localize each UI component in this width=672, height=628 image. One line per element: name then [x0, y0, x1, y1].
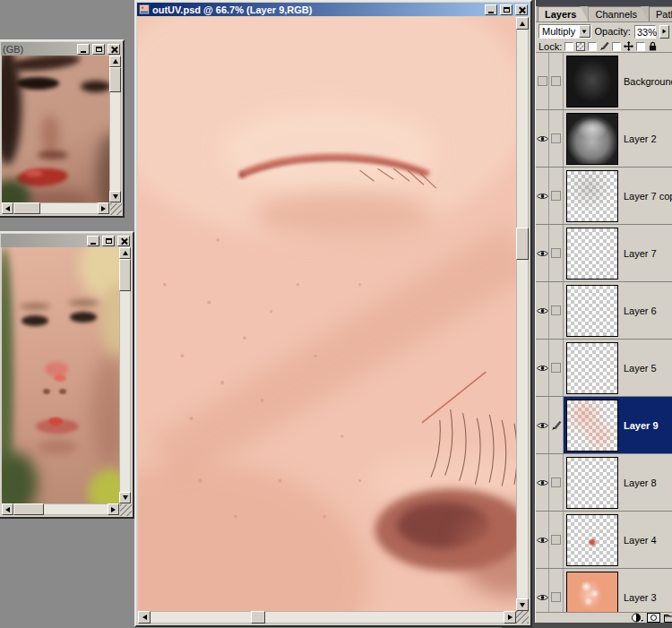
layer-thumbnail[interactable]: [566, 514, 618, 566]
vertical-scroll-thumb[interactable]: [119, 259, 131, 291]
layer-row-body[interactable]: Layer 5: [564, 340, 672, 396]
layer-name: Layer 6: [624, 305, 657, 316]
scroll-down-button[interactable]: [119, 492, 131, 503]
resize-grip[interactable]: [120, 504, 132, 516]
link-cell[interactable]: [549, 110, 564, 167]
horizontal-scrollbar[interactable]: [2, 202, 109, 214]
vertical-scrollbar[interactable]: [109, 56, 121, 202]
link-cell[interactable]: [549, 225, 564, 281]
canvas-area[interactable]: [138, 17, 516, 611]
main-window-titlebar[interactable]: outUV.psd @ 66.7% (Layer 9,RGB): [137, 3, 530, 16]
window-titlebar[interactable]: [1, 234, 132, 247]
horizontal-scroll-thumb[interactable]: [251, 611, 265, 624]
tab-paths[interactable]: Paths: [649, 6, 672, 22]
close-button[interactable]: [515, 4, 528, 15]
adjustment-layer-icon[interactable]: [632, 613, 643, 623]
close-button[interactable]: [108, 44, 120, 55]
visibility-toggle[interactable]: [536, 53, 549, 109]
resize-grip[interactable]: [110, 203, 122, 215]
horizontal-scrollbar[interactable]: [138, 611, 516, 624]
minimize-button[interactable]: [485, 4, 497, 15]
resize-grip[interactable]: [516, 611, 529, 624]
layer-mask-icon[interactable]: [647, 613, 660, 623]
visibility-toggle[interactable]: [536, 225, 549, 281]
scroll-right-button[interactable]: [504, 611, 516, 624]
visibility-toggle[interactable]: [536, 282, 549, 339]
scroll-left-button[interactable]: [2, 503, 13, 515]
layer-row: Layer 9: [536, 397, 672, 454]
visibility-toggle[interactable]: [536, 168, 549, 224]
link-cell[interactable]: [549, 569, 564, 612]
lock-transparency-checkbox[interactable]: [564, 42, 573, 51]
layer-thumbnail[interactable]: [566, 400, 618, 452]
palette-titlebar[interactable]: [536, 0, 672, 6]
horizontal-scroll-thumb[interactable]: [13, 503, 44, 515]
vertical-scrollbar[interactable]: [516, 17, 529, 611]
link-cell[interactable]: [549, 53, 564, 109]
layer-thumbnail[interactable]: [566, 285, 618, 337]
layer-row-body[interactable]: Layer 9: [564, 397, 672, 453]
scroll-down-button[interactable]: [109, 191, 121, 202]
scroll-up-button[interactable]: [119, 247, 131, 259]
minimize-button[interactable]: [77, 44, 90, 55]
scroll-up-button[interactable]: [516, 17, 529, 30]
link-cell[interactable]: [549, 512, 564, 568]
maximize-button[interactable]: [500, 4, 513, 15]
layer-thumbnail[interactable]: [566, 170, 618, 222]
blend-opacity-row: Multiply Opacity: 33%: [536, 22, 672, 40]
layer-row-body[interactable]: Layer 7 copy: [564, 168, 672, 224]
scroll-left-button[interactable]: [138, 611, 151, 624]
link-cell[interactable]: [549, 454, 564, 511]
layer-row-body[interactable]: Layer 7: [564, 225, 672, 281]
scroll-down-button[interactable]: [516, 598, 529, 611]
vertical-scroll-thumb[interactable]: [109, 67, 121, 92]
opacity-slider-button[interactable]: [659, 25, 669, 39]
tab-layers[interactable]: Layers: [538, 6, 588, 22]
lock-paint-checkbox[interactable]: [588, 42, 597, 51]
lock-position-checkbox[interactable]: [612, 42, 621, 51]
scroll-left-button[interactable]: [2, 202, 13, 214]
blend-mode-select[interactable]: Multiply: [538, 24, 591, 39]
layer-row-body[interactable]: Layer 4: [564, 512, 672, 568]
link-cell[interactable]: [549, 282, 564, 339]
minimize-button[interactable]: [87, 236, 99, 246]
layer-thumbnail[interactable]: [566, 56, 618, 108]
opacity-field[interactable]: 33%: [634, 25, 656, 39]
layer-row-body[interactable]: Layer 6: [564, 282, 672, 339]
layer-row-body[interactable]: Background copy: [564, 53, 672, 109]
layer-thumbnail[interactable]: [566, 457, 618, 509]
scroll-right-button[interactable]: [98, 202, 109, 214]
visibility-toggle[interactable]: [536, 110, 549, 167]
layer-thumbnail[interactable]: [566, 342, 618, 394]
vertical-scrollbar[interactable]: [119, 247, 131, 503]
new-layer-set-folder-icon[interactable]: [664, 613, 672, 623]
maximize-button[interactable]: [102, 236, 115, 246]
layer-thumbnail[interactable]: [566, 113, 618, 165]
link-cell[interactable]: [549, 397, 564, 453]
layer-thumbnail[interactable]: [566, 228, 618, 280]
horizontal-scroll-thumb[interactable]: [13, 202, 40, 214]
visibility-toggle[interactable]: [536, 340, 549, 396]
lock-all-checkbox[interactable]: [636, 42, 645, 51]
tab-channels[interactable]: Channels: [588, 6, 648, 22]
layer-thumbnail[interactable]: [566, 572, 618, 613]
visibility-toggle[interactable]: [536, 512, 549, 568]
close-button[interactable]: [117, 236, 130, 246]
visibility-toggle[interactable]: [536, 454, 549, 511]
vertical-scroll-thumb[interactable]: [516, 228, 529, 260]
photo-woman[interactable]: [2, 56, 109, 202]
visibility-toggle[interactable]: [536, 397, 549, 453]
photo-child[interactable]: [2, 247, 119, 503]
layer-row-body[interactable]: Layer 8: [564, 454, 672, 511]
link-cell[interactable]: [549, 340, 564, 396]
visibility-toggle[interactable]: [536, 569, 549, 612]
scroll-right-button[interactable]: [108, 503, 119, 515]
maximize-button[interactable]: [92, 44, 105, 55]
layer-row-body[interactable]: Layer 2: [564, 110, 672, 167]
layer-row-body[interactable]: Layer 3: [564, 569, 672, 612]
scroll-up-button[interactable]: [109, 56, 121, 67]
link-cell[interactable]: [549, 168, 564, 224]
horizontal-scrollbar[interactable]: [2, 503, 119, 515]
window-titlebar[interactable]: (GB): [1, 42, 122, 56]
dropdown-button[interactable]: [579, 25, 590, 38]
